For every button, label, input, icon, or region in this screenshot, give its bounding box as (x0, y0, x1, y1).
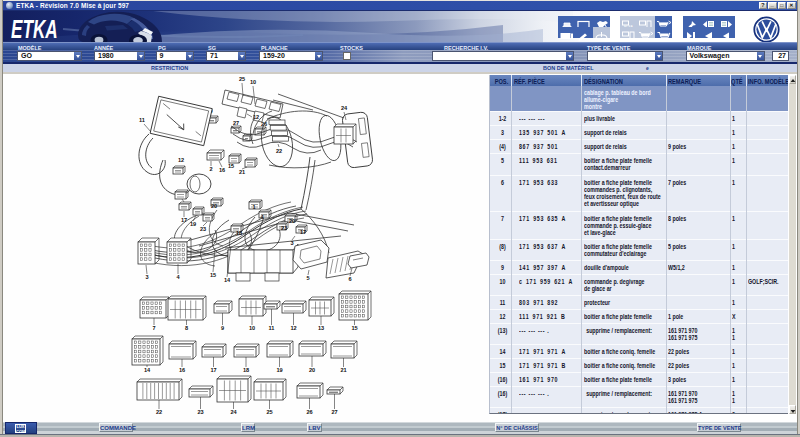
svg-text:24: 24 (230, 409, 237, 415)
svg-text:18: 18 (243, 367, 249, 373)
svg-text:11: 11 (139, 117, 145, 123)
svg-text:27: 27 (331, 409, 337, 415)
svg-text:17: 17 (300, 229, 306, 235)
svg-text:22: 22 (156, 409, 162, 415)
svg-text:12: 12 (290, 325, 296, 331)
svg-text:19: 19 (276, 367, 282, 373)
svg-text:6: 6 (348, 276, 351, 282)
svg-text:20: 20 (289, 218, 295, 224)
svg-text:23: 23 (281, 225, 287, 231)
svg-text:16: 16 (179, 367, 185, 373)
svg-text:16: 16 (219, 167, 225, 173)
svg-text:3: 3 (145, 274, 148, 280)
svg-text:27: 27 (233, 120, 239, 126)
svg-text:24: 24 (341, 105, 348, 111)
svg-text:17: 17 (181, 217, 187, 223)
svg-text:11: 11 (269, 325, 275, 331)
svg-text:5: 5 (306, 275, 309, 281)
svg-text:10: 10 (249, 325, 255, 331)
svg-text:22: 22 (276, 148, 282, 154)
svg-text:9: 9 (221, 325, 224, 331)
svg-text:19: 19 (190, 221, 196, 227)
svg-text:12: 12 (178, 157, 184, 163)
svg-text:26: 26 (306, 409, 312, 415)
svg-text:15: 15 (210, 272, 216, 278)
svg-text:15: 15 (351, 325, 357, 331)
svg-text:25: 25 (239, 76, 245, 82)
svg-text:14: 14 (144, 367, 151, 373)
svg-text:13: 13 (318, 325, 324, 331)
svg-text:23: 23 (197, 409, 203, 415)
svg-text:3: 3 (290, 240, 293, 246)
svg-text:25: 25 (266, 409, 272, 415)
svg-text:14: 14 (224, 277, 231, 283)
svg-text:18: 18 (236, 230, 242, 236)
svg-text:20: 20 (211, 203, 217, 209)
svg-text:21: 21 (239, 169, 245, 175)
svg-text:2: 2 (209, 166, 212, 172)
svg-text:21: 21 (340, 367, 346, 373)
svg-text:17: 17 (210, 367, 216, 373)
svg-text:10: 10 (250, 79, 256, 85)
svg-text:20: 20 (309, 367, 315, 373)
svg-text:7: 7 (152, 325, 155, 331)
svg-text:8: 8 (185, 325, 188, 331)
svg-text:1: 1 (252, 204, 255, 210)
svg-text:23: 23 (200, 226, 206, 232)
